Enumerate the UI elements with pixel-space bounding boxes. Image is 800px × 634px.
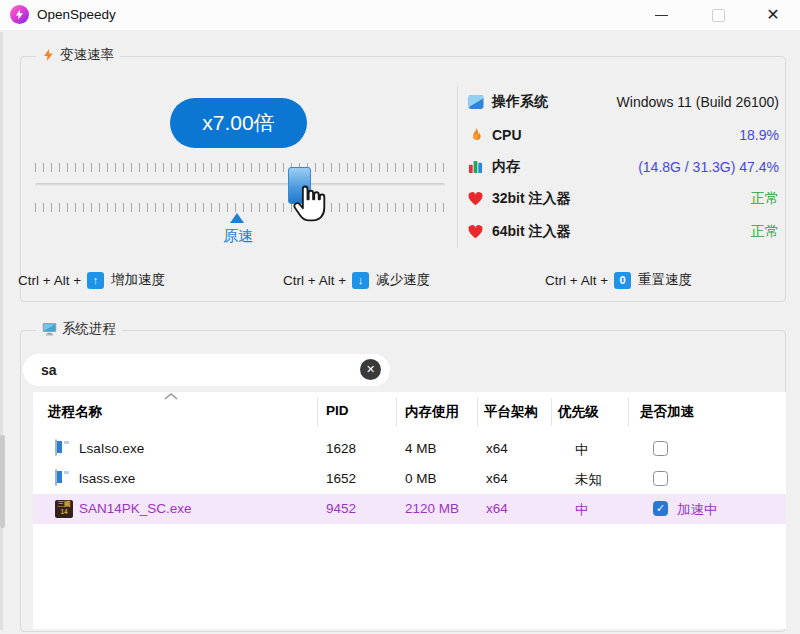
header-divider	[396, 398, 397, 426]
process-name: lsass.exe	[79, 471, 135, 486]
header-accelerate[interactable]: 是否加速	[640, 403, 694, 421]
table-header: 进程名称 PID 内存使用 平台架构 优先级 是否加速	[33, 392, 786, 432]
maximize-button[interactable]	[701, 0, 735, 30]
memory-value: (14.8G / 31.3G) 47.4%	[638, 159, 779, 175]
minimize-button[interactable]	[644, 0, 678, 30]
accelerate-checkbox[interactable]	[653, 441, 668, 456]
table-row[interactable]: lsass.exe 1652 0 MB x64 未知	[33, 464, 786, 494]
shortcut-prefix: Ctrl + Alt +	[545, 273, 608, 288]
accelerate-checkbox-checked[interactable]: ✓	[653, 501, 668, 516]
header-divider	[551, 398, 552, 426]
zero-key-icon: 0	[614, 272, 631, 289]
speed-slider-track[interactable]	[35, 183, 445, 187]
clear-icon: ✕	[366, 363, 375, 376]
header-arch[interactable]: 平台架构	[484, 403, 538, 421]
accelerate-checkbox[interactable]	[653, 471, 668, 486]
accelerating-label: 加速中	[677, 501, 718, 519]
injector32-label: 32bit 注入器	[492, 190, 571, 208]
process-memory: 0 MB	[405, 471, 437, 486]
cpu-label: CPU	[492, 127, 522, 143]
background-scrollbar-sliver	[0, 435, 5, 528]
info-row-injector32: 32bit 注入器 正常	[467, 183, 779, 215]
speed-rate-legend-label: 变速速率	[60, 46, 114, 64]
check-icon: ✓	[656, 502, 665, 515]
game-app-icon: 三國 14	[55, 500, 73, 518]
monitor-icon	[42, 322, 57, 336]
shortcut-decrease-speed: Ctrl + Alt + ↓ 减少速度	[283, 269, 430, 291]
shortcut-label: 增加速度	[111, 271, 165, 289]
table-row[interactable]: LsaIso.exe 1628 4 MB x64 中	[33, 434, 786, 464]
header-memory[interactable]: 内存使用	[405, 403, 459, 421]
origin-speed-label[interactable]: 原速	[217, 227, 259, 246]
exe-file-icon	[55, 439, 57, 456]
injector32-status: 正常	[751, 190, 779, 208]
exe-file-icon	[55, 469, 57, 486]
speed-multiplier-badge: x7.00倍	[170, 98, 307, 148]
process-name: LsaIso.exe	[79, 441, 144, 456]
process-pid: 1628	[326, 441, 356, 456]
process-arch: x64	[486, 471, 508, 486]
title-bar: OpenSpeedy ✕	[0, 0, 800, 30]
shortcut-increase-speed: Ctrl + Alt + ↑ 增加速度	[18, 269, 165, 291]
process-arch: x64	[486, 441, 508, 456]
process-table: 进程名称 PID 内存使用 平台架构 优先级 是否加速 LsaIso.exe 1…	[33, 392, 786, 629]
process-legend: 系统进程	[36, 320, 122, 338]
system-info-panel: 操作系统 Windows 11 (Build 26100) CPU 18.9% …	[457, 86, 779, 248]
header-divider	[477, 398, 478, 426]
process-legend-label: 系统进程	[62, 320, 116, 338]
info-row-os: 操作系统 Windows 11 (Build 26100)	[467, 86, 779, 118]
info-row-cpu: CPU 18.9%	[467, 118, 779, 150]
injector64-status: 正常	[751, 223, 779, 241]
cpu-flame-icon	[467, 126, 484, 143]
process-priority: 未知	[575, 471, 602, 489]
header-divider	[317, 398, 318, 426]
table-row-highlighted[interactable]: 三國 14 SAN14PK_SC.exe 9452 2120 MB x64 中 …	[33, 494, 786, 524]
minimize-icon	[655, 15, 668, 16]
process-arch: x64	[486, 501, 508, 516]
info-row-memory: 内存 (14.8G / 31.3G) 47.4%	[467, 151, 779, 183]
hand-cursor-icon	[292, 183, 330, 225]
heart-icon	[467, 223, 484, 240]
speed-rate-legend: 变速速率	[36, 46, 120, 64]
shortcut-reset-speed: Ctrl + Alt + 0 重置速度	[545, 269, 692, 291]
process-pid: 1652	[326, 471, 356, 486]
maximize-icon	[712, 9, 725, 22]
injector64-label: 64bit 注入器	[492, 223, 571, 241]
close-button[interactable]: ✕	[756, 0, 790, 30]
cpu-value: 18.9%	[739, 127, 779, 143]
lightning-icon	[42, 48, 55, 62]
process-priority: 中	[575, 501, 589, 519]
header-priority[interactable]: 优先级	[558, 403, 599, 421]
origin-speed-marker-icon	[230, 213, 244, 223]
process-name: SAN14PK_SC.exe	[79, 501, 192, 516]
process-pid: 9452	[326, 501, 356, 516]
shortcut-label: 重置速度	[638, 271, 692, 289]
header-pid[interactable]: PID	[326, 403, 349, 418]
process-priority: 中	[575, 441, 589, 459]
header-process-name[interactable]: 进程名称	[48, 403, 102, 421]
game-icon-text: 14	[60, 508, 67, 515]
slider-ticks-bottom	[35, 203, 445, 212]
window-title: OpenSpeedy	[37, 0, 116, 30]
shortcut-prefix: Ctrl + Alt +	[283, 273, 346, 288]
window-left-edge	[0, 32, 3, 630]
heart-icon	[467, 191, 484, 208]
windows-os-icon	[467, 94, 484, 111]
info-row-injector64: 64bit 注入器 正常	[467, 216, 779, 248]
os-value: Windows 11 (Build 26100)	[617, 94, 779, 110]
process-memory: 2120 MB	[405, 501, 459, 516]
slider-ticks-top	[35, 163, 445, 172]
clear-search-button[interactable]: ✕	[360, 359, 381, 380]
process-memory: 4 MB	[405, 441, 437, 456]
close-icon: ✕	[766, 7, 779, 23]
app-logo-icon	[10, 5, 29, 24]
search-value: sa	[41, 354, 57, 386]
shortcut-prefix: Ctrl + Alt +	[18, 273, 81, 288]
shortcut-label: 减少速度	[376, 271, 430, 289]
process-search-input[interactable]: sa ✕	[23, 354, 390, 386]
os-label: 操作系统	[492, 93, 548, 111]
arrow-up-key-icon: ↑	[87, 272, 104, 289]
arrow-down-key-icon: ↓	[352, 272, 369, 289]
memory-bars-icon	[467, 158, 484, 175]
header-divider	[628, 398, 629, 426]
